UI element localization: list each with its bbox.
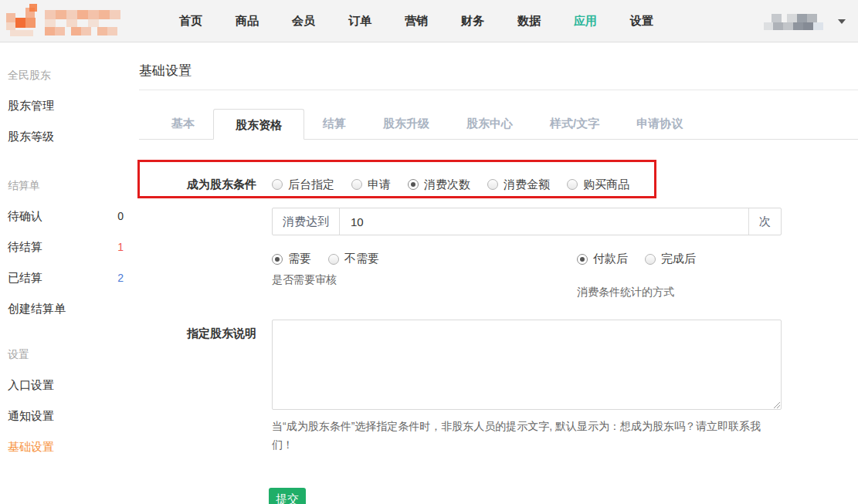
- form-row-consume: 消费达到 次: [139, 208, 858, 235]
- sidebar-section-settings: 设置: [0, 339, 139, 370]
- condition-label: 成为股东条件: [139, 178, 272, 192]
- radio-icon: [272, 254, 283, 265]
- nav-item-marketing[interactable]: 营销: [405, 14, 428, 29]
- user-menu[interactable]: [764, 0, 846, 42]
- stat-caption: 消费条件统计的方式: [577, 286, 674, 299]
- radio-icon: [272, 179, 283, 190]
- radio-audit-need[interactable]: 需要: [272, 252, 311, 266]
- radio-buy-product[interactable]: 购买商品: [567, 178, 629, 192]
- note-help-text: 当“成为股东条件”选择指定条件时，非股东人员的提示文字, 默认显示为：想成为股东…: [272, 417, 782, 454]
- count-badge: 2: [117, 262, 124, 293]
- radio-icon: [487, 179, 498, 190]
- page: 首页 商品 会员 订单 营销 财务 数据 应用 设置: [0, 0, 858, 504]
- radio-icon: [351, 179, 362, 190]
- nav-item-apps[interactable]: 应用: [574, 14, 597, 29]
- sidebar: 全民股东 股东管理 股东等级 结算单 待确认 0 待结算 1 已结算 2 创建结…: [0, 42, 139, 504]
- sidebar-item-entry-settings[interactable]: 入口设置: [0, 370, 139, 401]
- sidebar-item-create-settlement[interactable]: 创建结算单: [0, 293, 139, 324]
- sidebar-item-pending-confirm[interactable]: 待确认 0: [0, 201, 139, 232]
- consume-input-suffix: 次: [748, 208, 781, 235]
- nav-item-home[interactable]: 首页: [179, 14, 202, 29]
- chevron-down-icon: [838, 19, 846, 24]
- sidebar-item-shareholder-manage[interactable]: 股东管理: [0, 90, 139, 121]
- consume-count-input[interactable]: [340, 208, 748, 235]
- radio-icon: [328, 254, 339, 265]
- radio-after-payment[interactable]: 付款后: [577, 252, 628, 266]
- tab-shareholder-qualification[interactable]: 股东资格: [213, 109, 304, 140]
- tab-bar: 基本 股东资格 结算 股东升级 股东中心 样式/文字 申请协议: [139, 109, 858, 140]
- top-header: 首页 商品 会员 订单 营销 财务 数据 应用 设置: [0, 0, 858, 42]
- radio-backend-assign[interactable]: 后台指定: [272, 178, 334, 192]
- radio-icon: [408, 179, 419, 190]
- form-row-subradios: 需要 不需要 付款后 完成后: [139, 252, 858, 299]
- nav-item-products[interactable]: 商品: [236, 14, 259, 29]
- radio-audit-no-need[interactable]: 不需要: [328, 252, 379, 266]
- count-badge: 0: [117, 201, 124, 232]
- username-redacted-mosaic: [764, 12, 832, 31]
- tab-shareholder-upgrade[interactable]: 股东升级: [365, 108, 448, 139]
- sidebar-item-settled[interactable]: 已结算 2: [0, 262, 139, 293]
- tab-shareholder-center[interactable]: 股东中心: [448, 108, 531, 139]
- tab-basic[interactable]: 基本: [153, 108, 213, 139]
- logo-redacted-mosaic: [6, 4, 124, 39]
- count-badge: 1: [117, 232, 124, 262]
- stat-radio-group: 付款后 完成后: [577, 252, 696, 266]
- nav-item-finance[interactable]: 财务: [461, 14, 484, 29]
- radio-after-complete[interactable]: 完成后: [645, 252, 696, 266]
- tab-settlement[interactable]: 结算: [304, 108, 365, 139]
- radio-icon: [567, 179, 578, 190]
- radio-consume-count[interactable]: 消费次数: [408, 178, 470, 192]
- sidebar-item-shareholder-level[interactable]: 股东等级: [0, 121, 139, 152]
- tab-style-text[interactable]: 样式/文字: [531, 108, 618, 139]
- note-textarea[interactable]: [272, 320, 782, 410]
- sidebar-item-basic-settings[interactable]: 基础设置: [0, 431, 139, 462]
- submit-button[interactable]: 提交: [269, 488, 306, 504]
- radio-consume-amount[interactable]: 消费金额: [487, 178, 550, 192]
- radio-icon: [645, 254, 656, 265]
- audit-radio-group: 需要 不需要: [272, 252, 782, 266]
- consume-input-group: 消费达到 次: [272, 208, 782, 235]
- sidebar-item-pending-settle[interactable]: 待结算 1: [0, 232, 139, 262]
- page-title: 基础设置: [139, 42, 858, 79]
- title-divider: [139, 90, 858, 90]
- nav-item-settings[interactable]: 设置: [630, 14, 653, 29]
- nav-item-orders[interactable]: 订单: [348, 14, 371, 29]
- radio-icon: [577, 254, 588, 265]
- nav-item-members[interactable]: 会员: [292, 14, 315, 29]
- consume-input-prefix: 消费达到: [273, 208, 340, 235]
- audit-caption: 是否需要审核: [272, 273, 782, 287]
- radio-apply[interactable]: 申请: [351, 178, 391, 192]
- sidebar-section-settlement: 结算单: [0, 170, 139, 201]
- form-row-note: 指定股东说明 当“成为股东条件”选择指定条件时，非股东人员的提示文字, 默认显示…: [139, 320, 858, 454]
- condition-radio-group: 后台指定 申请 消费次数 消费金额: [272, 178, 782, 192]
- sidebar-section-shareholder: 全民股东: [0, 59, 139, 90]
- form-row-condition: 成为股东条件 后台指定 申请 消费次数: [139, 171, 858, 198]
- main-content: 基础设置 基本 股东资格 结算 股东升级 股东中心 样式/文字 申请协议 成为股…: [139, 42, 858, 504]
- nav-item-data[interactable]: 数据: [517, 14, 541, 29]
- note-label: 指定股东说明: [139, 320, 272, 454]
- tab-apply-agreement[interactable]: 申请协议: [618, 108, 701, 139]
- sidebar-item-notify-settings[interactable]: 通知设置: [0, 401, 139, 431]
- top-navigation: 首页 商品 会员 订单 营销 财务 数据 应用 设置: [179, 0, 653, 42]
